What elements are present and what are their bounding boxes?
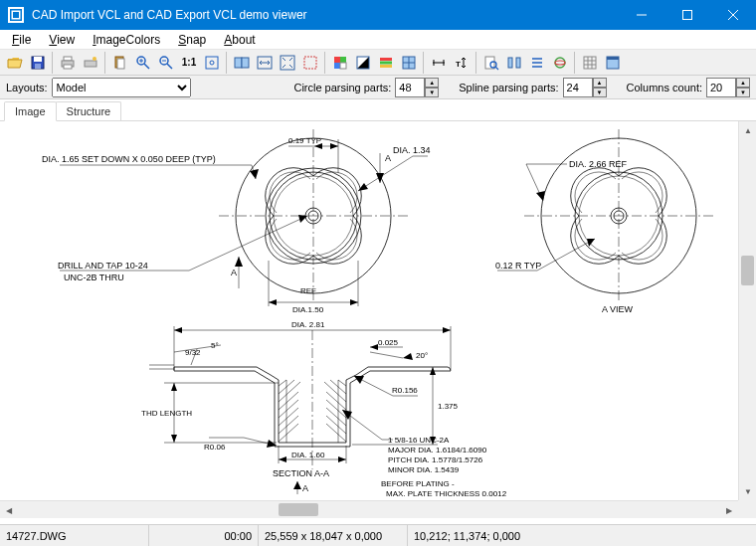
svg-line-119	[279, 382, 300, 402]
circle-parsing-input[interactable]	[395, 78, 425, 97]
drawing-canvas[interactable]: 0.19 TYP A DIA. 1.34 DIA. 1.65 SET DOWN …	[0, 121, 734, 500]
svg-line-151	[370, 352, 403, 358]
svg-line-124	[279, 424, 298, 442]
selection-button[interactable]	[299, 52, 321, 74]
svg-point-53	[555, 61, 565, 65]
spline-parsing-spin[interactable]: ▲▼	[563, 78, 607, 97]
scroll-up-icon[interactable]: ▲	[739, 121, 756, 139]
menu-file[interactable]: File	[6, 31, 37, 49]
menu-imagecolors[interactable]: ImageColors	[87, 31, 166, 49]
spin-down-icon[interactable]: ▼	[593, 88, 607, 97]
svg-line-17	[144, 64, 149, 69]
scrollbar-thumb[interactable]	[279, 503, 318, 516]
svg-text:PITCH DIA. 1.5778/1.5726: PITCH DIA. 1.5778/1.5726	[388, 455, 483, 464]
spline-parsing-input[interactable]	[563, 78, 593, 97]
close-button[interactable]	[710, 0, 756, 30]
columns-count-spin[interactable]: ▲▼	[706, 78, 750, 97]
svg-line-123	[279, 416, 298, 434]
params-bar: Layouts: Model Circle parsing parts: ▲▼ …	[0, 76, 756, 99]
maximize-button[interactable]	[664, 0, 710, 30]
svg-text:0.12 R TYP: 0.12 R TYP	[495, 261, 541, 271]
tile-h-button[interactable]	[231, 52, 253, 74]
svg-text:MAJOR DIA. 1.6184/1.6090: MAJOR DIA. 1.6184/1.6090	[388, 446, 487, 455]
print-button[interactable]	[57, 52, 79, 74]
find-button[interactable]	[480, 52, 502, 74]
status-filename: 14727.DWG	[0, 525, 149, 546]
spin-down-icon[interactable]: ▼	[736, 88, 750, 97]
open-button[interactable]	[4, 52, 26, 74]
horizontal-scrollbar[interactable]: ◀ ▶	[0, 500, 738, 518]
statusbar: 14727.DWG 00:00 25,559 x 18,047 x 0,000 …	[0, 524, 756, 546]
fit-width-button[interactable]	[254, 52, 276, 74]
zoom-11-button[interactable]: 1:1	[178, 52, 200, 74]
show-edges-button[interactable]	[398, 52, 420, 74]
dimension-button[interactable]	[428, 52, 450, 74]
copy-clipboard-button[interactable]	[109, 52, 131, 74]
tab-image[interactable]: Image	[4, 101, 57, 121]
svg-rect-12	[85, 61, 96, 67]
spin-up-icon[interactable]: ▲	[425, 78, 439, 88]
zoom-extents-button[interactable]	[201, 52, 223, 74]
svg-line-21	[167, 64, 172, 69]
svg-rect-47	[485, 57, 494, 69]
menu-about[interactable]: About	[218, 31, 261, 49]
svg-marker-149	[370, 344, 378, 350]
svg-text:A: A	[302, 483, 308, 493]
tool-button-1[interactable]	[503, 52, 525, 74]
svg-text:DIA.1.50: DIA.1.50	[292, 305, 324, 314]
canvas-area: 0.19 TYP A DIA. 1.34 DIA. 1.65 SET DOWN …	[0, 121, 756, 518]
svg-line-122	[279, 408, 298, 426]
vertical-scrollbar[interactable]: ▲ ▼	[738, 121, 756, 500]
svg-text:DRILL AND TAP 10-24: DRILL AND TAP 10-24	[58, 261, 148, 271]
menu-snap[interactable]: Snap	[172, 31, 212, 49]
circle-parsing-label: Circle parsing parts:	[293, 82, 391, 93]
color-button[interactable]	[329, 52, 351, 74]
svg-rect-36	[380, 58, 392, 61]
svg-marker-91	[235, 257, 243, 267]
layouts-select[interactable]: Model	[52, 78, 191, 97]
svg-marker-113	[587, 239, 595, 247]
svg-text:T: T	[456, 60, 461, 69]
columns-count-label: Columns count:	[627, 82, 702, 93]
spin-up-icon[interactable]: ▲	[736, 78, 750, 88]
svg-rect-1	[13, 12, 19, 18]
zoom-in-button[interactable]	[132, 52, 154, 74]
svg-text:DIA. 1.34: DIA. 1.34	[393, 145, 431, 155]
save-button[interactable]	[27, 52, 49, 74]
scrollbar-thumb[interactable]	[741, 256, 754, 285]
layers-button[interactable]	[375, 52, 397, 74]
circle-parsing-spin[interactable]: ▲▼	[395, 78, 439, 97]
columns-count-input[interactable]	[706, 78, 736, 97]
text-height-button[interactable]: T	[451, 52, 472, 74]
window-button[interactable]	[602, 52, 624, 74]
svg-rect-25	[235, 58, 242, 68]
scroll-left-icon[interactable]: ◀	[0, 501, 18, 519]
zoom-out-button[interactable]	[155, 52, 177, 74]
props-button[interactable]	[526, 52, 548, 74]
blackwhite-button[interactable]	[352, 52, 374, 74]
spline-parsing-label: Spline parsing parts:	[459, 82, 558, 93]
settings-button[interactable]	[80, 52, 101, 74]
tab-structure[interactable]: Structure	[56, 101, 122, 120]
svg-marker-137	[174, 327, 182, 333]
svg-text:DIA. 2.66 REF: DIA. 2.66 REF	[569, 159, 628, 169]
svg-text:20°: 20°	[416, 351, 428, 360]
fit-all-button[interactable]	[277, 52, 298, 74]
grid-button[interactable]	[579, 52, 601, 74]
svg-marker-181	[293, 481, 301, 489]
spin-down-icon[interactable]: ▼	[425, 88, 439, 97]
svg-rect-38	[380, 65, 392, 68]
svg-rect-8	[35, 64, 41, 69]
scroll-right-icon[interactable]: ▶	[720, 501, 738, 519]
svg-line-125	[338, 380, 346, 386]
menu-view[interactable]: View	[43, 31, 81, 49]
svg-text:SECTION A-A: SECTION A-A	[273, 468, 329, 478]
scroll-down-icon[interactable]: ▼	[739, 482, 756, 500]
svg-text:A: A	[385, 153, 391, 163]
minimize-button[interactable]	[619, 0, 664, 30]
orbit-button[interactable]	[549, 52, 571, 74]
svg-rect-7	[34, 57, 42, 62]
svg-rect-51	[516, 58, 520, 68]
svg-rect-11	[64, 65, 72, 69]
spin-up-icon[interactable]: ▲	[593, 78, 607, 88]
